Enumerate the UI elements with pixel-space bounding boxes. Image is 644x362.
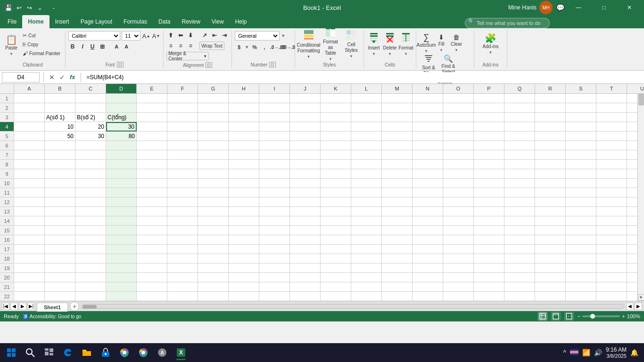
- cell-m18[interactable]: [382, 254, 413, 263]
- decrease-font-button[interactable]: A▼: [152, 32, 160, 40]
- ribbon-toggle[interactable]: ⌄: [51, 4, 57, 11]
- cell-o4[interactable]: [443, 122, 474, 132]
- qat-more-button[interactable]: ⌄: [35, 3, 44, 12]
- conditional-formatting-button[interactable]: ConditionalFormatting ▼: [298, 31, 319, 57]
- cell-k7[interactable]: [321, 150, 351, 160]
- cell-g11[interactable]: [198, 188, 229, 197]
- cell-e9[interactable]: [137, 169, 167, 179]
- align-bottom-button[interactable]: ⬇: [186, 31, 195, 40]
- cell-d6[interactable]: [106, 141, 137, 150]
- cell-e22[interactable]: [137, 292, 167, 301]
- cell-e13[interactable]: [137, 207, 167, 216]
- cell-a19[interactable]: [14, 263, 45, 273]
- taskbar-chrome[interactable]: [115, 344, 134, 361]
- cell-n14[interactable]: [413, 216, 443, 226]
- cell-q4[interactable]: [504, 122, 535, 132]
- cell-e20[interactable]: [137, 273, 167, 282]
- cell-a22[interactable]: [14, 292, 45, 301]
- cell-j5[interactable]: [290, 132, 321, 141]
- cell-q15[interactable]: [504, 226, 535, 235]
- cell-n6[interactable]: [413, 141, 443, 150]
- accounting-format-button[interactable]: $: [235, 43, 243, 51]
- cell-e1[interactable]: [137, 94, 167, 103]
- merge-center-button[interactable]: Merge & Center ▼: [166, 52, 209, 60]
- cell-h12[interactable]: [229, 197, 259, 207]
- cell-e5[interactable]: [137, 132, 167, 141]
- row-num-3[interactable]: 3: [0, 113, 14, 122]
- clear-button[interactable]: 🗑 Clear ▼: [449, 31, 463, 55]
- cell-p15[interactable]: [474, 226, 504, 235]
- cell-f20[interactable]: [167, 273, 198, 282]
- paste-button[interactable]: 📋 Paste ▼: [3, 31, 20, 59]
- cell-m20[interactable]: [382, 273, 413, 282]
- cell-q10[interactable]: [504, 179, 535, 188]
- cell-m22[interactable]: [382, 292, 413, 301]
- cell-f21[interactable]: [167, 282, 198, 292]
- cell-l22[interactable]: [351, 292, 382, 301]
- cell-h17[interactable]: [229, 245, 259, 254]
- cell-p17[interactable]: [474, 245, 504, 254]
- cell-s2[interactable]: [566, 103, 596, 113]
- cell-f3[interactable]: [167, 113, 198, 122]
- cell-e16[interactable]: [137, 235, 167, 245]
- cell-o7[interactable]: [443, 150, 474, 160]
- cell-r22[interactable]: [535, 292, 566, 301]
- page-layout-view-button[interactable]: [551, 312, 561, 321]
- cell-r13[interactable]: [535, 207, 566, 216]
- cell-s18[interactable]: [566, 254, 596, 263]
- cell-j2[interactable]: [290, 103, 321, 113]
- cell-c3[interactable]: B(số 2): [75, 113, 106, 122]
- cell-s14[interactable]: [566, 216, 596, 226]
- cell-p21[interactable]: [474, 282, 504, 292]
- cell-t1[interactable]: [596, 94, 627, 103]
- cell-c11[interactable]: [75, 188, 106, 197]
- row-num-8[interactable]: 8: [0, 160, 14, 169]
- name-box[interactable]: [2, 72, 40, 82]
- cell-j17[interactable]: [290, 245, 321, 254]
- minimize-button[interactable]: —: [568, 0, 589, 15]
- cell-n4[interactable]: [413, 122, 443, 132]
- cell-k8[interactable]: [321, 160, 351, 169]
- cell-a3[interactable]: [14, 113, 45, 122]
- taskbar-app1[interactable]: A: [153, 344, 172, 361]
- zoom-in-button[interactable]: +: [622, 313, 625, 319]
- cell-b3[interactable]: A(số 1): [45, 113, 75, 122]
- cell-t22[interactable]: [596, 292, 627, 301]
- cell-m3[interactable]: [382, 113, 413, 122]
- cell-a14[interactable]: [14, 216, 45, 226]
- cell-m16[interactable]: [382, 235, 413, 245]
- cell-f1[interactable]: [167, 94, 198, 103]
- cell-o18[interactable]: [443, 254, 474, 263]
- cell-h14[interactable]: [229, 216, 259, 226]
- cell-o22[interactable]: [443, 292, 474, 301]
- font-dialog-launcher[interactable]: ⊡: [117, 62, 124, 67]
- cell-t8[interactable]: [596, 160, 627, 169]
- cell-styles-button[interactable]: CellStyles ▼: [342, 31, 361, 57]
- cell-l12[interactable]: [351, 197, 382, 207]
- cell-t11[interactable]: [596, 188, 627, 197]
- cell-l3[interactable]: [351, 113, 382, 122]
- cell-h22[interactable]: [229, 292, 259, 301]
- undo-button[interactable]: ↩: [14, 3, 24, 12]
- cell-f12[interactable]: [167, 197, 198, 207]
- last-sheet-button[interactable]: ▶|: [27, 303, 35, 310]
- prev-sheet-button[interactable]: ◀: [10, 303, 18, 310]
- col-header-m[interactable]: M: [382, 84, 413, 93]
- horiz-scroll-right[interactable]: ▶: [635, 303, 642, 310]
- cell-k12[interactable]: [321, 197, 351, 207]
- cell-n16[interactable]: [413, 235, 443, 245]
- cell-h1[interactable]: [229, 94, 259, 103]
- col-header-g[interactable]: G: [198, 84, 229, 93]
- cell-p11[interactable]: [474, 188, 504, 197]
- tell-me-input[interactable]: [465, 18, 550, 28]
- comma-style-button[interactable]: ,: [260, 43, 269, 51]
- taskbar-chrome2[interactable]: [134, 344, 153, 361]
- taskbar-search-button[interactable]: [21, 344, 40, 361]
- cell-n17[interactable]: [413, 245, 443, 254]
- cell-j21[interactable]: [290, 282, 321, 292]
- cell-s9[interactable]: [566, 169, 596, 179]
- cell-n15[interactable]: [413, 226, 443, 235]
- insert-button[interactable]: Insert ▼: [367, 31, 381, 57]
- cell-a7[interactable]: [14, 150, 45, 160]
- cell-l13[interactable]: [351, 207, 382, 216]
